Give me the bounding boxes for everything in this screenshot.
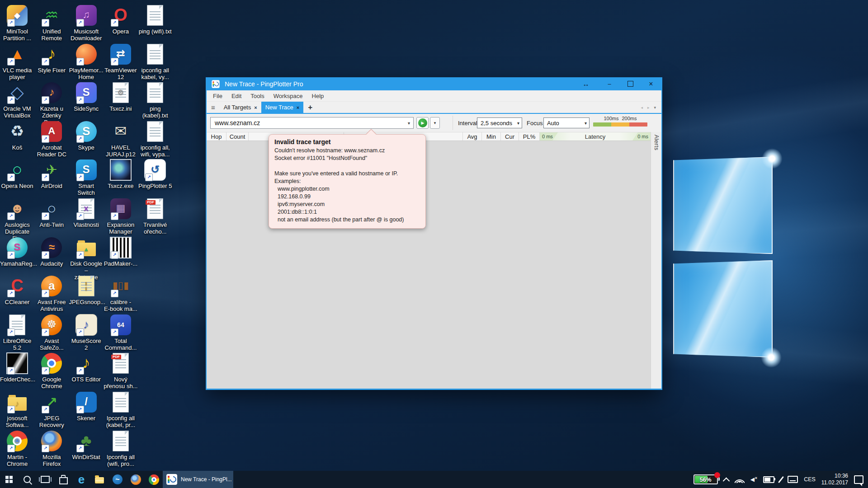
- desktop-icon-libreoffice-52[interactable]: ↗LibreOffice 5.2: [0, 313, 34, 351]
- desktop-icon-expansion-manager[interactable]: ▦↗Expansion Manager: [104, 197, 138, 235]
- start-trace-dropdown[interactable]: [430, 117, 440, 129]
- desktop-icon-kos-recycle-bin[interactable]: ♻Koš: [0, 120, 34, 151]
- tab-scroll-left-icon[interactable]: ◂: [641, 105, 643, 110]
- desktop-icon-musicsoft-downloader[interactable]: ♫↗Musicsoft Downloader: [69, 4, 104, 42]
- desktop-icon-skener[interactable]: /↗Skener: [69, 390, 104, 422]
- desktop-icon-tsxcz-exe[interactable]: Tsxcz.exe: [104, 158, 138, 189]
- desktop-icon-acrobat-reader-dc[interactable]: A↗Acrobat Reader DC: [34, 120, 69, 158]
- desktop-icon-oracle-vm-virtualbox[interactable]: ◇↗Oracle VM VirtualBox: [0, 81, 34, 119]
- action-center-button[interactable]: [854, 471, 863, 488]
- alerts-side-tab[interactable]: Alerts: [651, 132, 661, 389]
- desktop-icon-trvanlive-orecho-pdf[interactable]: PDFTrvanlivé ořecho...: [138, 197, 172, 235]
- desktop-icon-anti-twin[interactable]: ○↗Anti-Twin: [34, 197, 69, 228]
- taskbar-start-button[interactable]: [0, 471, 18, 488]
- chevron-up-button[interactable]: [724, 471, 729, 488]
- tab-new-trace[interactable]: New Trace×: [261, 102, 304, 113]
- desktop-icon-sidesync[interactable]: S↗SideSync: [69, 81, 104, 112]
- column-header-pl[interactable]: PL%: [519, 132, 540, 141]
- desktop-icon-style-fixer[interactable]: ♪↗Style Fixer: [34, 42, 69, 74]
- taskbar-firefox-button[interactable]: [127, 471, 145, 488]
- desktop-icon-pingplotter-5[interactable]: ↺↗PingPlotter 5: [138, 158, 172, 189]
- desktop-icon-google-chrome[interactable]: ↗Google Chrome: [34, 352, 69, 389]
- desktop-icon-ipconfig-all-wifi[interactable]: ipconfig all, wifi, vypa...: [138, 120, 172, 158]
- new-tab-button[interactable]: +: [303, 102, 317, 113]
- desktop-icon-ipconfig-all-kabel[interactable]: ipconfig all kabel, vy...: [138, 42, 172, 80]
- desktop-icon-playmemories-home[interactable]: ↗PlayMemor... Home: [69, 42, 104, 80]
- latency-column-header[interactable]: Latency: [558, 132, 632, 141]
- desktop-icon-novy-prenosu-pdf[interactable]: PDFNový přenosu sh...: [104, 352, 138, 389]
- desktop-icon-ping-kabel-txt[interactable]: ping (kabel).txt: [138, 81, 172, 119]
- desktop-icon-ipconfig-all-wifi-2[interactable]: Ipconfig all (wifi, pro...: [104, 429, 138, 467]
- desktop-icon-minitool-partition[interactable]: ◆↗MiniTool Partition ...: [0, 4, 34, 42]
- maximize-button[interactable]: [620, 77, 641, 90]
- menu-help[interactable]: Help: [307, 93, 329, 99]
- battery-percentage-widget[interactable]: 56%: [693, 474, 718, 484]
- desktop-icon-calibre-ebook[interactable]: ▮▯▮↗calibre - E-book ma...: [104, 274, 138, 312]
- menu-tools[interactable]: Tools: [246, 93, 269, 99]
- wifi-button[interactable]: [735, 471, 745, 488]
- taskbar-task-pingplotter[interactable]: New Trace - PingPl...: [163, 471, 233, 488]
- desktop-icon-avast-safezone[interactable]: ☸↗Avast SafeZo...: [34, 313, 69, 351]
- desktop-icon-avast-free-antivirus[interactable]: a↗Avast Free Antivirus: [34, 274, 69, 312]
- desktop-icon-auslogics-duplicate[interactable]: ☻↗Auslogics Duplicate Fi...: [0, 197, 34, 242]
- volume-muted-button[interactable]: ◀×: [750, 471, 758, 488]
- desktop-icon-havel-juraj-p12[interactable]: ✉HAVEL JURAJ.p12: [104, 120, 138, 158]
- desktop-icon-ccleaner[interactable]: C↗CCleaner: [0, 274, 34, 305]
- menu-edit[interactable]: Edit: [227, 93, 246, 99]
- desktop-icon-vlastnosti[interactable]: X↗Vlastnosti: [69, 197, 104, 228]
- taskbar-explorer-button[interactable]: [90, 471, 108, 488]
- tab-close-icon[interactable]: ×: [254, 105, 257, 110]
- desktop-icon-vlc-media-player[interactable]: ▲↗VLC media player: [0, 42, 34, 80]
- taskbar-store-button[interactable]: [54, 471, 72, 488]
- desktop-icon-opera[interactable]: O↗Opera: [104, 4, 138, 35]
- column-header-avg[interactable]: Avg: [463, 132, 482, 141]
- desktop-icon-kazeta-u-zdenky[interactable]: ♪↗Kazeta u Zdenky B.aup: [34, 81, 69, 126]
- desktop-icon-martin-chrome[interactable]: ☺↗Martin - Chrome: [0, 429, 34, 467]
- focus-select[interactable]: Auto: [543, 117, 590, 128]
- desktop-icon-jpegsnoop[interactable]: ¦JPEGsnoop...: [69, 274, 104, 305]
- desktop-icon-mozilla-firefox[interactable]: ↗Mozilla Firefox: [34, 429, 69, 467]
- interval-select[interactable]: 2,5 seconds: [477, 117, 522, 128]
- menu-workspace[interactable]: Workspace: [269, 93, 307, 99]
- close-button[interactable]: ×: [641, 77, 661, 90]
- desktop-icon-padmaker[interactable]: ↗PadMaker-...: [104, 236, 138, 267]
- tab-list-dropdown-icon[interactable]: ▾: [654, 105, 656, 110]
- desktop-icon-jososoft-softwa[interactable]: ♪↗jososoft Softwa...: [0, 390, 34, 428]
- desktop-icon-jpeg-recovery[interactable]: ↗↗JPEG Recovery: [34, 390, 69, 428]
- column-header-cur[interactable]: Cur: [501, 132, 519, 141]
- desktop-icon-opera-neon[interactable]: ○↗Opera Neon: [0, 158, 34, 189]
- taskbar-search-button[interactable]: [18, 471, 36, 488]
- language-indicator[interactable]: CES: [804, 476, 816, 483]
- desktop-icon-total-commander[interactable]: 64↗Total Command...: [104, 313, 138, 351]
- taskbar-chrome-button[interactable]: [145, 471, 163, 488]
- tab-close-icon[interactable]: ×: [297, 105, 299, 110]
- desktop-icon-teamviewer-12[interactable]: ⇄↗TeamViewer 12: [104, 42, 138, 80]
- desktop-icon-disk-google-zastupce[interactable]: ▲↗Disk Google – zástupce: [69, 236, 104, 281]
- resize-arrows-icon[interactable]: ↔: [578, 77, 594, 90]
- taskbar-taskview-button[interactable]: [36, 471, 54, 488]
- desktop-icon-audacity[interactable]: ≈↗Audacity: [34, 236, 69, 267]
- minimize-button[interactable]: –: [599, 77, 620, 90]
- tab-all-targets[interactable]: All Targets×: [220, 102, 261, 113]
- desktop-icon-ots-editor[interactable]: ♪↗OTS Editor: [69, 352, 104, 383]
- desktop-icon-airdroid[interactable]: ✈↗AirDroid: [34, 158, 69, 189]
- desktop-icon-ping-wifi-txt[interactable]: ping (wifi).txt: [138, 4, 172, 35]
- title-bar[interactable]: New Trace - PingPlotter Pro ↔ – ×: [207, 77, 661, 90]
- desktop-icon-tsxcz-ini[interactable]: ⚙Tsxcz.ini: [104, 81, 138, 112]
- start-trace-button[interactable]: [416, 117, 429, 129]
- desktop-icon-yamaha-reg[interactable]: S↗YamahaReg...: [0, 236, 34, 267]
- desktop-icon-folderchec[interactable]: ↗FolderChec...: [0, 352, 34, 383]
- battery-button[interactable]: [763, 471, 774, 488]
- hamburger-menu-icon[interactable]: ≡: [207, 102, 220, 113]
- column-header-count[interactable]: Count: [226, 132, 249, 141]
- column-header-hop[interactable]: Hop: [207, 132, 226, 141]
- target-address-input[interactable]: www.seznam.cz: [210, 117, 414, 129]
- desktop-icon-ipconfig-all-kabel-2[interactable]: Ipconfig all (kabel, pr...: [104, 390, 138, 428]
- taskbar-openoffice-button[interactable]: [108, 471, 127, 488]
- keyboard-button[interactable]: [788, 471, 798, 488]
- desktop-icon-unified-remote[interactable]: ♒↗Unified Remote: [34, 4, 69, 42]
- clock[interactable]: 10:36 11.02.2017: [821, 473, 848, 486]
- desktop-icon-smart-switch[interactable]: S↗Smart Switch: [69, 158, 104, 196]
- taskbar-edge-button[interactable]: [72, 471, 90, 488]
- tab-scroll-right-icon[interactable]: ▸: [647, 105, 650, 110]
